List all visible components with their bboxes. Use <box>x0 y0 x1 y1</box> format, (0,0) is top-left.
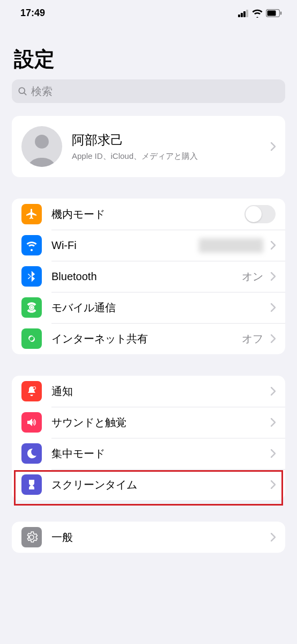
svg-point-6 <box>31 306 33 309</box>
wifi-row[interactable]: Wi-Fi <box>12 230 285 261</box>
profile-subtitle: Apple ID、iCloud、メディアと購入 <box>72 151 268 162</box>
general-group: 一般 <box>12 522 285 553</box>
bluetooth-value: オン <box>242 269 263 284</box>
bluetooth-row[interactable]: Bluetooth オン <box>12 261 285 292</box>
notifications-group: 通知 サウンドと触覚 集中モード スクリーンタイム <box>12 376 285 500</box>
screentime-row[interactable]: スクリーンタイム <box>12 469 285 500</box>
wifi-label: Wi-Fi <box>51 239 199 252</box>
focus-row[interactable]: 集中モード <box>12 438 285 469</box>
status-time: 17:49 <box>20 8 45 19</box>
sounds-icon <box>21 412 42 433</box>
chevron-right-icon <box>271 334 276 343</box>
sounds-row[interactable]: サウンドと触覚 <box>12 407 285 438</box>
chevron-right-icon <box>271 272 276 281</box>
chevron-right-icon <box>271 241 276 250</box>
connectivity-group: 機内モード Wi-Fi Bluetooth オン モバイル通信 <box>12 199 285 354</box>
notifications-row[interactable]: 通知 <box>12 376 285 407</box>
airplane-toggle[interactable] <box>244 205 276 223</box>
svg-line-4 <box>24 93 26 95</box>
apple-id-row[interactable]: 阿部求己 Apple ID、iCloud、メディアと購入 <box>12 116 285 177</box>
focus-label: 集中モード <box>51 447 268 461</box>
svg-point-5 <box>35 135 49 149</box>
hotspot-icon <box>21 328 42 349</box>
chevron-right-icon <box>271 418 276 427</box>
general-label: 一般 <box>51 530 268 545</box>
airplane-mode-row[interactable]: 機内モード <box>12 199 285 230</box>
bluetooth-label: Bluetooth <box>51 270 242 283</box>
general-icon <box>21 527 42 547</box>
profile-name: 阿部求己 <box>72 131 268 149</box>
hotspot-label: インターネット共有 <box>51 332 242 346</box>
search-bar[interactable] <box>12 79 285 103</box>
wifi-value <box>199 238 263 253</box>
status-indicators <box>238 9 282 18</box>
svg-rect-1 <box>268 11 276 16</box>
notifications-label: 通知 <box>51 384 268 399</box>
svg-rect-2 <box>280 12 281 15</box>
search-input[interactable] <box>31 85 280 98</box>
airplane-icon <box>21 204 42 224</box>
chevron-right-icon <box>271 480 276 489</box>
svg-point-8 <box>33 387 35 389</box>
sounds-label: サウンドと触覚 <box>51 415 268 430</box>
search-icon <box>17 86 28 97</box>
hotspot-row[interactable]: インターネット共有 オフ <box>12 323 285 354</box>
chevron-right-icon <box>271 387 276 396</box>
chevron-right-icon <box>271 142 276 151</box>
cellular-label: モバイル通信 <box>51 301 268 315</box>
screentime-icon <box>21 474 42 495</box>
cellular-icon <box>238 10 249 17</box>
profile-group: 阿部求己 Apple ID、iCloud、メディアと購入 <box>12 116 285 177</box>
chevron-right-icon <box>271 449 276 458</box>
avatar <box>21 126 62 167</box>
notifications-icon <box>21 381 42 401</box>
focus-icon <box>21 443 42 464</box>
cellular-row[interactable]: モバイル通信 <box>12 292 285 323</box>
battery-icon <box>266 9 282 17</box>
status-bar: 17:49 <box>0 0 297 24</box>
airplane-label: 機内モード <box>51 207 244 222</box>
wifi-settings-icon <box>21 235 42 255</box>
chevron-right-icon <box>271 303 276 312</box>
wifi-icon <box>252 9 263 18</box>
bluetooth-icon <box>21 266 42 287</box>
cellular-settings-icon <box>21 297 42 318</box>
profile-text: 阿部求己 Apple ID、iCloud、メディアと購入 <box>72 131 268 162</box>
screentime-label: スクリーンタイム <box>51 478 268 492</box>
chevron-right-icon <box>271 533 276 541</box>
page-title: 設定 <box>12 46 285 73</box>
hotspot-value: オフ <box>242 332 263 346</box>
general-row[interactable]: 一般 <box>12 522 285 553</box>
